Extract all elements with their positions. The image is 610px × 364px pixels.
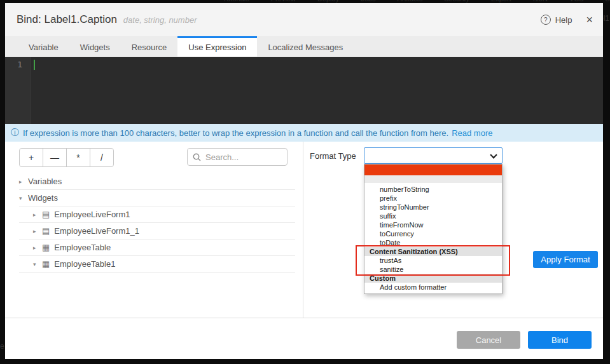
dropdown-option[interactable]: stringToNumber <box>364 203 502 212</box>
dialog-subtitle: date, string, number <box>123 15 197 25</box>
bg-menu-item: I18N <box>533 0 548 3</box>
bind-source-tree: ▸ Variables ▾ Widgets ▸ ▤ EmployeeLiveFo… <box>5 173 303 273</box>
bg-menu-item: Jobs <box>361 0 375 3</box>
plus-operator-button[interactable]: + <box>19 148 43 167</box>
tree-node-label: Widgets <box>28 193 58 203</box>
cancel-button[interactable]: Cancel <box>457 331 520 349</box>
chevron-down-icon[interactable]: ▾ <box>19 195 28 201</box>
editor-line-number: 1 <box>5 57 31 124</box>
dropdown-option-blank[interactable] <box>364 175 502 183</box>
divide-operator-button[interactable]: / <box>90 148 114 167</box>
tab-variable[interactable]: Variable <box>18 36 69 57</box>
dropdown-group-header-custom: Custom <box>364 274 502 283</box>
tree-node-employeetable1[interactable]: ▾ ▦ EmployeeTable1 <box>19 256 295 273</box>
chevron-right-icon[interactable]: ▸ <box>33 228 42 234</box>
bg-menu-item: Tutorials <box>223 0 249 3</box>
form-widget-icon: ▤ <box>42 210 50 219</box>
dialog-tabs: Variable Widgets Resource Use Expression… <box>5 36 603 57</box>
apply-format-button[interactable]: Apply Format <box>533 251 598 268</box>
tab-widgets[interactable]: Widgets <box>69 36 121 57</box>
dropdown-option[interactable]: Add custom formatter <box>364 283 502 292</box>
bind-dialog: Bind: Label1.Caption date, string, numbe… <box>5 3 603 359</box>
chevron-down-icon <box>490 151 497 158</box>
editor-cursor <box>34 60 35 70</box>
chevron-right-icon[interactable]: ▸ <box>33 212 42 218</box>
table-widget-icon: ▦ <box>42 243 50 252</box>
format-type-label: Format Type <box>310 151 356 161</box>
search-input-wrapper <box>187 148 288 166</box>
info-icon: ⓘ <box>11 127 19 138</box>
bg-menu-item: Settings <box>606 0 610 3</box>
operator-button-group: + — * / <box>19 148 114 167</box>
table-widget-icon: ▦ <box>42 259 50 269</box>
dropdown-option[interactable]: numberToString <box>364 185 502 194</box>
tree-node-label: EmployeeTable <box>54 243 111 252</box>
dialog-header: Bind: Label1.Caption date, string, numbe… <box>5 3 603 36</box>
tab-localized-messages[interactable]: Localized Messages <box>257 36 354 57</box>
expression-source-panel: + — * / ▸ Variables ▾ Widgets <box>5 142 303 318</box>
tree-node-label: EmployeeLiveForm1 <box>54 210 130 219</box>
bind-button[interactable]: Bind <box>528 331 592 349</box>
dialog-title: Bind: Label1.Caption <box>17 13 117 26</box>
info-bar: ⓘ If expression is more than 100 charact… <box>5 124 603 142</box>
bg-menu-item: Deploy <box>317 0 339 3</box>
bg-menu-item: VCS <box>569 0 584 3</box>
dropdown-option[interactable]: prefix <box>364 194 502 203</box>
info-text: If expression is more than 100 character… <box>23 128 448 138</box>
dropdown-option[interactable]: timeFromNow <box>364 220 502 229</box>
expression-code-editor[interactable]: 1 <box>5 57 603 124</box>
bg-menu-item: Export <box>491 0 511 3</box>
format-panel: Format Type numberToString prefix string… <box>303 142 603 318</box>
tree-node-label: EmployeeTable1 <box>54 259 115 269</box>
dropdown-option[interactable]: sanitize <box>364 265 502 274</box>
search-icon <box>193 153 201 161</box>
dropdown-option[interactable]: toDate <box>364 238 502 247</box>
bg-menu-item: Preview <box>271 0 296 3</box>
chevron-right-icon[interactable]: ▸ <box>19 179 28 185</box>
help-button[interactable]: ? Help <box>541 15 572 25</box>
bg-menu-item: Security <box>444 0 469 3</box>
read-more-link[interactable]: Read more <box>452 128 492 138</box>
dropdown-option[interactable]: trustAs <box>364 256 502 265</box>
help-icon: ? <box>541 15 551 25</box>
search-input[interactable] <box>205 152 279 162</box>
multiply-operator-button[interactable]: * <box>66 148 90 167</box>
tree-node-employeetable[interactable]: ▸ ▦ EmployeeTable <box>19 239 295 256</box>
bg-menu-item: Artifacts <box>397 0 422 3</box>
dropdown-option[interactable]: toCurrency <box>364 229 502 238</box>
dialog-body: + — * / ▸ Variables ▾ Widgets <box>5 142 603 318</box>
tree-node-employeeliveform1[interactable]: ▸ ▤ EmployeeLiveForm1 <box>19 206 295 223</box>
form-widget-icon: ▤ <box>42 226 50 236</box>
tab-use-expression[interactable]: Use Expression <box>177 36 257 57</box>
chevron-right-icon[interactable]: ▸ <box>33 245 42 251</box>
chevron-down-icon[interactable]: ▾ <box>33 261 42 267</box>
tree-node-employeeliveform1-1[interactable]: ▸ ▤ EmployeeLiveForm1_1 <box>19 223 295 239</box>
tree-node-variables[interactable]: ▸ Variables <box>19 173 295 190</box>
format-type-select[interactable] <box>364 147 503 164</box>
dropdown-group-header-xss: Content Sanitization (XSS) <box>364 247 502 256</box>
tree-node-widgets[interactable]: ▾ Widgets <box>19 190 295 206</box>
minus-operator-button[interactable]: — <box>43 148 67 167</box>
dropdown-option-selected-blank[interactable] <box>364 165 502 175</box>
background-text-fragment: e <box>0 342 4 351</box>
close-icon[interactable]: × <box>586 14 593 25</box>
help-label: Help <box>555 15 572 25</box>
tree-node-label: Variables <box>28 177 62 186</box>
format-type-dropdown: numberToString prefix stringToNumber suf… <box>364 164 503 294</box>
tab-resource[interactable]: Resource <box>121 36 178 57</box>
tree-node-label: EmployeeLiveForm1_1 <box>54 226 139 236</box>
dropdown-option[interactable]: suffix <box>364 212 502 220</box>
footer-divider <box>5 318 603 318</box>
